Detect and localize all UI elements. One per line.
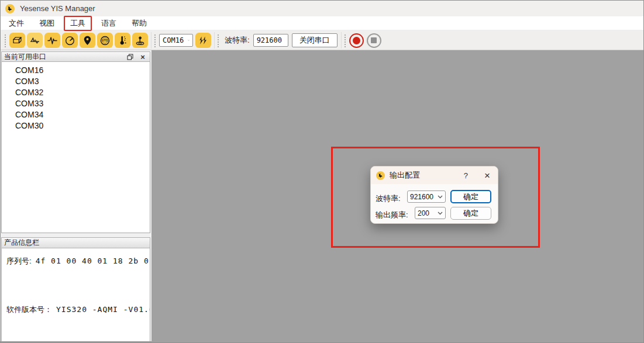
float-panel-icon[interactable] (125, 53, 135, 61)
chevron-down-icon (188, 39, 190, 42)
app-logo-icon (5, 4, 15, 13)
location-pin-icon[interactable] (80, 33, 95, 48)
dialog-logo-icon (376, 171, 385, 180)
serial-number-label: 序列号: (6, 256, 32, 266)
toolbar-separator (151, 32, 151, 48)
chevron-down-icon (438, 212, 443, 215)
menu-bar: 文件 视图 工具 语言 帮助 (1, 16, 643, 30)
serial-number-value: 4f 01 00 40 01 18 2b 01 (36, 257, 150, 265)
list-item[interactable]: COM3 (2, 76, 150, 87)
dialog-freq-value: 200 (418, 209, 429, 217)
dialog-freq-select[interactable]: 200 (415, 207, 446, 219)
dialog-baud-value: 921600 (410, 193, 433, 201)
cube-3d-icon[interactable] (9, 33, 25, 48)
dialog-title: 输出配置 (390, 170, 460, 181)
toolbar: UTC COM16 (1, 31, 643, 50)
dialog-baud-select[interactable]: 921600 (407, 190, 446, 203)
baud-rate-select[interactable]: 921600 (253, 34, 288, 47)
dialog-freq-label: 输出频率: (376, 210, 408, 220)
menu-help[interactable]: 帮助 (126, 16, 153, 30)
svg-text:UTC: UTC (102, 39, 108, 42)
dialog-baud-label: 波特率: (376, 193, 401, 204)
app-window: Yesense YIS Manager 文件 视图 工具 语言 帮助 (0, 0, 644, 343)
menu-file[interactable]: 文件 (3, 16, 30, 30)
ports-panel-title: 当前可用串口 (4, 52, 122, 62)
dialog-title-bar[interactable]: 输出配置 ? × (371, 167, 498, 184)
toolbar-drag-handle[interactable] (4, 33, 7, 47)
dialog-help-button[interactable]: ? (460, 171, 471, 180)
window-title: Yesense YIS Manager (20, 4, 95, 13)
toolbar-separator (214, 32, 215, 48)
port-select-value: COM16 (163, 36, 184, 44)
software-version-row: 软件版本号： YIS320 -AQMI -V01.02.03; (6, 304, 150, 315)
thermometer-icon[interactable] (115, 33, 130, 48)
window-frame-edge (1, 341, 151, 342)
menu-language[interactable]: 语言 (95, 16, 122, 30)
info-panel-body: 序列号: 4f 01 00 40 01 18 2b 01 软件版本号： YIS3… (1, 248, 150, 342)
gauge-icon[interactable] (62, 33, 78, 48)
list-item[interactable]: COM32 (2, 87, 150, 98)
ports-list: COM16 COM3 COM32 COM33 COM34 COM30 (1, 62, 150, 233)
serial-number-row: 序列号: 4f 01 00 40 01 18 2b 01 (6, 256, 150, 266)
port-select[interactable]: COM16 (159, 34, 193, 47)
stop-button[interactable] (367, 33, 381, 48)
software-version-label: 软件版本号： (6, 304, 52, 315)
list-item[interactable]: COM33 (2, 98, 150, 109)
baud-rate-value: 921600 (257, 36, 282, 44)
menu-view[interactable]: 视图 (33, 16, 60, 30)
list-item[interactable]: COM30 (2, 120, 150, 131)
toolbar-separator (341, 32, 342, 48)
left-dock: 当前可用串口 × COM16 COM3 COM32 COM33 COM34 CO… (1, 50, 151, 342)
waveform-angle-icon[interactable] (27, 33, 43, 48)
list-item[interactable]: COM16 (2, 65, 150, 76)
refresh-ports-icon[interactable] (195, 33, 211, 48)
close-serial-port-button[interactable]: 关闭串口 (292, 33, 338, 47)
info-panel-title: 产品信息栏 (4, 238, 147, 248)
title-bar: Yesense YIS Manager (1, 1, 643, 16)
chevron-down-icon (438, 195, 443, 199)
output-config-dialog: 输出配置 ? × 波特率: 921600 确定 输出频率: 200 确定 (370, 166, 498, 224)
toolbar-drag-handle[interactable] (344, 33, 347, 47)
menu-tools[interactable]: 工具 (64, 16, 92, 31)
dialog-freq-ok-button[interactable]: 确定 (450, 207, 491, 220)
utc-clock-icon[interactable]: UTC (97, 33, 113, 48)
toolbar-drag-handle[interactable] (154, 33, 157, 47)
record-button[interactable] (349, 33, 364, 48)
close-panel-icon[interactable]: × (138, 53, 147, 61)
stop-square-icon (371, 37, 377, 43)
dialog-close-icon[interactable]: × (482, 171, 493, 181)
baud-rate-label: 波特率: (225, 35, 250, 46)
joystick-attitude-icon[interactable] (132, 33, 148, 48)
record-dot-icon (353, 37, 360, 44)
ports-panel-header: 当前可用串口 × (1, 51, 150, 62)
list-item[interactable]: COM34 (2, 109, 150, 120)
waveform-pulse-icon[interactable] (44, 33, 60, 48)
software-version-value: YIS320 -AQMI -V01.02.03; (56, 305, 150, 314)
info-panel-header: 产品信息栏 (1, 237, 150, 248)
dialog-baud-ok-button[interactable]: 确定 (450, 190, 491, 203)
toolbar-drag-handle[interactable] (217, 33, 220, 47)
